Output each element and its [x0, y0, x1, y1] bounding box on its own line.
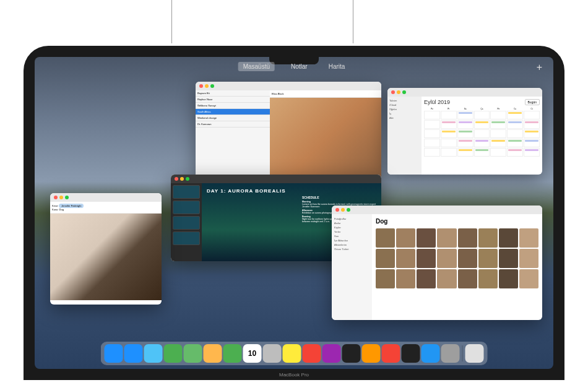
ph-side-item[interactable]: Son [334, 234, 370, 238]
cal-day-cell[interactable] [424, 129, 440, 138]
cal-day-cell[interactable] [524, 139, 540, 147]
close-icon[interactable] [391, 90, 395, 94]
appstore-dev-icon[interactable] [362, 344, 381, 363]
settings-icon[interactable] [441, 344, 460, 363]
cal-day-cell[interactable] [441, 148, 457, 157]
to-recipient[interactable]: Jennifer Federighi [59, 204, 84, 208]
photo-thumbnail[interactable] [478, 269, 498, 288]
cal-day-cell[interactable] [457, 139, 473, 147]
music-icon[interactable] [303, 344, 321, 363]
compose-window[interactable]: Kime: Jennifer Federighi Konu: Dog [50, 193, 162, 305]
minimize-icon[interactable] [397, 90, 400, 94]
cal-day-cell[interactable] [441, 139, 457, 147]
cal-day-cell[interactable] [441, 111, 457, 119]
cal-day-cell[interactable] [507, 139, 523, 147]
close-icon[interactable] [335, 208, 339, 212]
ph-side-item[interactable]: Anılar [334, 221, 370, 225]
mail-item-selected[interactable]: South Africa [196, 109, 270, 115]
mail-icon[interactable] [144, 344, 163, 363]
photo-thumbnail[interactable] [396, 269, 415, 288]
cal-day-cell[interactable] [457, 111, 473, 119]
cal-day-cell[interactable] [524, 120, 540, 129]
cal-day-cell[interactable] [424, 139, 440, 147]
cal-day-cell[interactable] [474, 139, 490, 147]
slide-thumb[interactable] [173, 201, 200, 214]
tv-icon[interactable] [342, 344, 361, 363]
subject-value[interactable]: Dog [59, 208, 64, 211]
photo-thumbnail[interactable] [437, 249, 456, 268]
safari-icon[interactable] [124, 344, 143, 363]
facetime-icon[interactable] [223, 344, 242, 363]
space-notes[interactable]: Notlar [286, 62, 313, 71]
mail-item[interactable]: Weekend change [196, 115, 270, 121]
cal-side-item[interactable]: Takvim [389, 98, 420, 103]
mail-item[interactable]: Geliboruı Sanayi [196, 103, 270, 109]
podcasts-icon[interactable] [322, 344, 341, 363]
photo-thumbnail[interactable] [417, 269, 436, 288]
cal-day-cell[interactable] [457, 120, 473, 129]
photo-thumbnail[interactable] [437, 228, 456, 248]
cal-day-cell[interactable] [457, 129, 473, 138]
photo-thumbnail[interactable] [478, 249, 498, 268]
slide-thumb[interactable] [173, 231, 200, 245]
photo-thumbnail[interactable] [376, 269, 395, 288]
ph-side-item[interactable]: Yerler [334, 230, 370, 234]
ph-side-item[interactable]: Ortam Türleri [334, 247, 370, 251]
add-space-button[interactable]: + [537, 62, 542, 73]
close-icon[interactable] [54, 196, 58, 199]
cal-day-cell[interactable] [490, 129, 506, 138]
contacts-icon[interactable] [263, 344, 282, 363]
messages-icon[interactable] [164, 344, 183, 363]
notes-icon[interactable] [283, 344, 301, 363]
photo-thumbnail[interactable] [417, 228, 436, 248]
photo-thumbnail[interactable] [396, 228, 415, 248]
close-icon[interactable] [175, 177, 178, 181]
ph-side-item[interactable]: İçe Aktarılan [334, 238, 370, 243]
photo-thumbnail[interactable] [376, 228, 395, 248]
cal-day-cell[interactable] [424, 120, 440, 129]
maximize-icon[interactable] [210, 84, 214, 88]
photo-thumbnail[interactable] [396, 249, 415, 268]
cal-day-cell[interactable] [524, 111, 540, 119]
mail-window[interactable]: Bayram Eti Reyhan Nasır Geliboruı Sanayi… [196, 82, 381, 181]
mail-item[interactable]: Bayram Eti [196, 90, 270, 97]
photo-thumbnail[interactable] [519, 249, 538, 268]
maximize-icon[interactable] [347, 208, 350, 212]
slide-thumbnails[interactable] [171, 183, 202, 261]
cal-side-item[interactable]: Aile [389, 116, 420, 120]
today-button[interactable]: Bugün [525, 99, 540, 105]
cal-day-cell[interactable] [474, 129, 490, 138]
stocks-icon[interactable] [402, 344, 420, 363]
maximize-icon[interactable] [186, 177, 189, 181]
cal-day-cell[interactable] [424, 111, 440, 119]
minimize-icon[interactable] [341, 208, 345, 212]
ph-side-item[interactable]: Albümlerim [334, 243, 370, 247]
trash-icon[interactable] [465, 344, 484, 363]
photo-thumbnail[interactable] [499, 249, 518, 268]
maximize-icon[interactable] [402, 90, 406, 94]
maps-icon[interactable] [184, 344, 202, 363]
mail-item[interactable]: Dr. Kumaran [196, 121, 270, 128]
cal-day-cell[interactable] [490, 139, 506, 147]
minimize-icon[interactable] [59, 196, 63, 199]
cal-day-cell[interactable] [490, 148, 506, 157]
photo-thumbnail[interactable] [376, 249, 395, 268]
cal-day-cell[interactable] [441, 129, 457, 138]
cal-day-cell[interactable] [507, 111, 523, 119]
ph-side-item[interactable]: Kişiler [334, 225, 370, 230]
maximize-icon[interactable] [65, 196, 69, 199]
space-maps[interactable]: Harita [324, 62, 350, 71]
cal-day-cell[interactable] [507, 120, 523, 129]
photos-icon[interactable] [204, 344, 222, 363]
mail-message-list[interactable]: Bayram Eti Reyhan Nasır Geliboruı Sanayi… [196, 90, 270, 181]
appstore-icon[interactable] [422, 344, 440, 363]
cal-day-cell[interactable] [424, 148, 440, 157]
cal-side-item[interactable]: İş [389, 111, 420, 116]
cal-day-cell[interactable] [457, 148, 473, 157]
cal-day-cell[interactable] [490, 120, 506, 129]
photo-thumbnail[interactable] [458, 249, 477, 268]
photo-thumbnail[interactable] [519, 269, 538, 288]
photo-thumbnail[interactable] [519, 228, 538, 248]
photos-sidebar[interactable]: Fotoğraflar Anılar Kişiler Yerler Son İç… [332, 214, 372, 320]
cal-day-cell[interactable] [474, 148, 490, 157]
